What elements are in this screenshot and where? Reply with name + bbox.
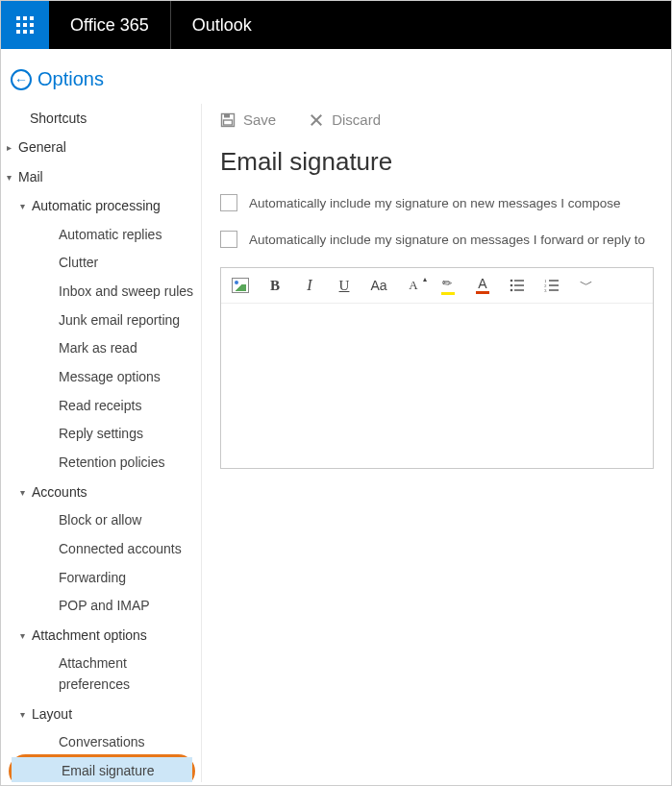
checkbox-label-new: Automatically include my signature on ne… [249, 196, 620, 210]
page-title: Email signature [220, 147, 654, 177]
checkbox-row-new-messages: Automatically include my signature on ne… [220, 194, 654, 211]
top-header: Office 365 Outlook [1, 1, 671, 49]
signature-textarea[interactable] [221, 304, 653, 468]
sidebar-automatic-processing[interactable]: Automatic processing [1, 191, 201, 220]
number-list-button[interactable]: 123 [542, 276, 561, 295]
sidebar-mark-as-read[interactable]: Mark as read [1, 334, 201, 363]
save-icon [220, 112, 236, 128]
more-formatting-button[interactable]: ﹀ [577, 276, 596, 295]
sidebar-pop-imap[interactable]: POP and IMAP [1, 592, 201, 621]
checkbox-include-forward[interactable] [220, 231, 237, 248]
sidebar-message-options[interactable]: Message options [1, 363, 201, 392]
insert-image-button[interactable] [231, 276, 250, 295]
waffle-icon [16, 16, 34, 34]
sidebar-accounts[interactable]: Accounts [1, 478, 201, 506]
options-back-button[interactable]: ← Options [1, 49, 671, 104]
font-color-icon: A [476, 277, 489, 294]
sidebar-connected-accounts[interactable]: Connected accounts [1, 535, 201, 564]
sidebar-attachment-options[interactable]: Attachment options [1, 621, 201, 650]
font-button[interactable]: Aa [369, 276, 388, 295]
sidebar-block-allow[interactable]: Block or allow [1, 506, 201, 535]
sidebar-automatic-replies[interactable]: Automatic replies [1, 221, 201, 250]
highlight-button[interactable]: ✎ [438, 276, 458, 295]
signature-editor: B I U Aa A▴ ✎ A 123 ﹀ [220, 267, 654, 469]
font-color-button[interactable]: A [473, 276, 492, 295]
svg-point-5 [510, 280, 513, 282]
options-label: Options [37, 68, 104, 90]
italic-button[interactable]: I [300, 276, 319, 295]
chevron-down-icon: ﹀ [580, 277, 593, 294]
svg-point-7 [510, 284, 513, 287]
sidebar-clutter[interactable]: Clutter [1, 249, 201, 278]
highlight-annotation: Email signature [9, 754, 195, 782]
number-list-icon: 123 [544, 279, 560, 292]
back-arrow-icon: ← [11, 69, 32, 90]
editor-toolbar: B I U Aa A▴ ✎ A 123 ﹀ [221, 268, 653, 304]
app-launcher-button[interactable] [1, 1, 49, 49]
bullet-list-button[interactable] [508, 276, 527, 295]
sidebar-reply-settings[interactable]: Reply settings [1, 420, 201, 449]
svg-rect-1 [224, 113, 230, 117]
sidebar-general[interactable]: General [1, 133, 201, 161]
sidebar-layout[interactable]: Layout [1, 700, 201, 728]
main-panel: Save Discard Email signature Automatical… [205, 104, 671, 782]
checkbox-row-forward-reply: Automatically include my signature on me… [220, 231, 654, 248]
font-size-button[interactable]: A▴ [404, 276, 423, 295]
svg-text:3: 3 [544, 288, 547, 292]
underline-button[interactable]: U [335, 276, 354, 295]
brand-label[interactable]: Office 365 [49, 1, 171, 49]
sidebar-forwarding[interactable]: Forwarding [1, 564, 201, 593]
discard-label: Discard [332, 111, 381, 128]
discard-button[interactable]: Discard [309, 111, 381, 128]
highlight-icon: ✎ [441, 277, 455, 295]
sidebar-junk-email[interactable]: Junk email reporting [1, 307, 201, 335]
vertical-divider [201, 104, 202, 782]
sidebar-attachment-preferences[interactable]: Attachment preferences [1, 650, 201, 699]
discard-icon [309, 112, 324, 128]
save-button[interactable]: Save [220, 111, 276, 128]
sidebar-mail[interactable]: Mail [1, 162, 201, 191]
options-sidebar: Shortcuts General Mail Automatic process… [1, 104, 201, 782]
app-name-label: Outlook [171, 1, 273, 49]
checkbox-label-forward: Automatically include my signature on me… [249, 233, 645, 247]
image-icon [232, 278, 249, 293]
sidebar-inbox-sweep[interactable]: Inbox and sweep rules [1, 278, 201, 307]
sidebar-shortcuts[interactable]: Shortcuts [1, 104, 201, 133]
save-label: Save [243, 111, 276, 128]
bullet-list-icon [510, 279, 525, 292]
bold-button[interactable]: B [265, 276, 285, 295]
action-row: Save Discard [220, 104, 654, 141]
checkbox-include-new[interactable] [220, 194, 237, 211]
svg-point-9 [510, 289, 513, 292]
sidebar-read-receipts[interactable]: Read receipts [1, 392, 201, 421]
svg-rect-2 [224, 120, 233, 125]
sidebar-email-signature[interactable]: Email signature [12, 757, 192, 782]
sidebar-retention-policies[interactable]: Retention policies [1, 449, 201, 478]
sidebar-conversations[interactable]: Conversations [1, 728, 201, 757]
